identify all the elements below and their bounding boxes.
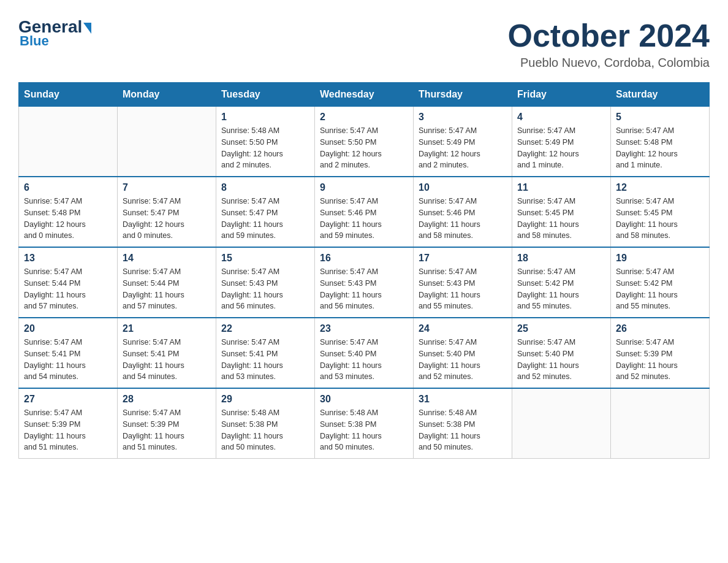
calendar-cell: 11Sunrise: 5:47 AM Sunset: 5:45 PM Dayli… xyxy=(512,177,611,247)
calendar-cell xyxy=(118,107,216,177)
calendar-week-row: 1Sunrise: 5:48 AM Sunset: 5:50 PM Daylig… xyxy=(19,107,710,177)
day-number: 9 xyxy=(320,182,408,193)
day-number: 4 xyxy=(517,112,605,123)
day-info: Sunrise: 5:47 AM Sunset: 5:45 PM Dayligh… xyxy=(616,196,704,242)
day-info: Sunrise: 5:47 AM Sunset: 5:41 PM Dayligh… xyxy=(24,337,112,383)
calendar-cell: 20Sunrise: 5:47 AM Sunset: 5:41 PM Dayli… xyxy=(19,318,118,388)
day-info: Sunrise: 5:47 AM Sunset: 5:46 PM Dayligh… xyxy=(419,196,507,242)
calendar-cell: 31Sunrise: 5:48 AM Sunset: 5:38 PM Dayli… xyxy=(414,388,512,459)
day-info: Sunrise: 5:48 AM Sunset: 5:38 PM Dayligh… xyxy=(221,407,309,453)
day-info: Sunrise: 5:47 AM Sunset: 5:40 PM Dayligh… xyxy=(419,337,507,383)
day-number: 1 xyxy=(221,112,309,123)
day-info: Sunrise: 5:47 AM Sunset: 5:43 PM Dayligh… xyxy=(419,266,507,312)
day-of-week-header: Saturday xyxy=(611,83,710,107)
calendar-cell: 14Sunrise: 5:47 AM Sunset: 5:44 PM Dayli… xyxy=(118,247,216,318)
calendar-week-row: 27Sunrise: 5:47 AM Sunset: 5:39 PM Dayli… xyxy=(19,388,710,459)
day-number: 26 xyxy=(616,323,704,334)
logo: General Blue xyxy=(18,18,91,49)
calendar-cell: 10Sunrise: 5:47 AM Sunset: 5:46 PM Dayli… xyxy=(414,177,512,247)
days-of-week-row: SundayMondayTuesdayWednesdayThursdayFrid… xyxy=(19,83,710,107)
day-number: 16 xyxy=(320,253,408,264)
day-number: 27 xyxy=(24,394,112,405)
day-number: 17 xyxy=(419,253,507,264)
day-info: Sunrise: 5:48 AM Sunset: 5:38 PM Dayligh… xyxy=(419,407,507,453)
day-number: 28 xyxy=(123,394,211,405)
day-number: 25 xyxy=(517,323,605,334)
day-of-week-header: Friday xyxy=(512,83,611,107)
day-info: Sunrise: 5:47 AM Sunset: 5:42 PM Dayligh… xyxy=(616,266,704,312)
day-info: Sunrise: 5:47 AM Sunset: 5:40 PM Dayligh… xyxy=(320,337,408,383)
day-info: Sunrise: 5:47 AM Sunset: 5:46 PM Dayligh… xyxy=(320,196,408,242)
calendar-cell: 16Sunrise: 5:47 AM Sunset: 5:43 PM Dayli… xyxy=(315,247,414,318)
day-info: Sunrise: 5:47 AM Sunset: 5:48 PM Dayligh… xyxy=(24,196,112,242)
day-of-week-header: Tuesday xyxy=(216,83,315,107)
day-info: Sunrise: 5:47 AM Sunset: 5:49 PM Dayligh… xyxy=(419,125,507,171)
day-info: Sunrise: 5:47 AM Sunset: 5:43 PM Dayligh… xyxy=(221,266,309,312)
calendar-cell: 6Sunrise: 5:47 AM Sunset: 5:48 PM Daylig… xyxy=(19,177,118,247)
day-number: 10 xyxy=(419,182,507,193)
main-title: October 2024 xyxy=(508,18,710,53)
calendar-cell: 24Sunrise: 5:47 AM Sunset: 5:40 PM Dayli… xyxy=(414,318,512,388)
day-info: Sunrise: 5:47 AM Sunset: 5:47 PM Dayligh… xyxy=(221,196,309,242)
day-of-week-header: Monday xyxy=(118,83,216,107)
calendar-table: SundayMondayTuesdayWednesdayThursdayFrid… xyxy=(18,82,710,459)
calendar-body: 1Sunrise: 5:48 AM Sunset: 5:50 PM Daylig… xyxy=(19,107,710,459)
calendar-cell: 27Sunrise: 5:47 AM Sunset: 5:39 PM Dayli… xyxy=(19,388,118,459)
day-info: Sunrise: 5:47 AM Sunset: 5:47 PM Dayligh… xyxy=(123,196,211,242)
day-number: 11 xyxy=(517,182,605,193)
day-info: Sunrise: 5:47 AM Sunset: 5:41 PM Dayligh… xyxy=(123,337,211,383)
day-info: Sunrise: 5:48 AM Sunset: 5:50 PM Dayligh… xyxy=(221,125,309,171)
calendar-cell: 17Sunrise: 5:47 AM Sunset: 5:43 PM Dayli… xyxy=(414,247,512,318)
day-info: Sunrise: 5:47 AM Sunset: 5:45 PM Dayligh… xyxy=(517,196,605,242)
day-number: 19 xyxy=(616,253,704,264)
logo-triangle-icon xyxy=(83,23,91,34)
calendar-cell: 23Sunrise: 5:47 AM Sunset: 5:40 PM Dayli… xyxy=(315,318,414,388)
calendar-cell: 3Sunrise: 5:47 AM Sunset: 5:49 PM Daylig… xyxy=(414,107,512,177)
day-info: Sunrise: 5:47 AM Sunset: 5:48 PM Dayligh… xyxy=(616,125,704,171)
subtitle: Pueblo Nuevo, Cordoba, Colombia xyxy=(508,56,710,70)
calendar-cell: 21Sunrise: 5:47 AM Sunset: 5:41 PM Dayli… xyxy=(118,318,216,388)
calendar-cell: 8Sunrise: 5:47 AM Sunset: 5:47 PM Daylig… xyxy=(216,177,315,247)
day-number: 20 xyxy=(24,323,112,334)
calendar-cell xyxy=(611,388,710,459)
calendar-cell: 7Sunrise: 5:47 AM Sunset: 5:47 PM Daylig… xyxy=(118,177,216,247)
page-header: General Blue October 2024 Pueblo Nuevo, … xyxy=(18,18,710,70)
day-info: Sunrise: 5:47 AM Sunset: 5:43 PM Dayligh… xyxy=(320,266,408,312)
calendar-cell: 1Sunrise: 5:48 AM Sunset: 5:50 PM Daylig… xyxy=(216,107,315,177)
day-number: 24 xyxy=(419,323,507,334)
day-info: Sunrise: 5:48 AM Sunset: 5:38 PM Dayligh… xyxy=(320,407,408,453)
calendar-cell: 22Sunrise: 5:47 AM Sunset: 5:41 PM Dayli… xyxy=(216,318,315,388)
day-number: 22 xyxy=(221,323,309,334)
day-of-week-header: Thursday xyxy=(414,83,512,107)
day-info: Sunrise: 5:47 AM Sunset: 5:39 PM Dayligh… xyxy=(616,337,704,383)
calendar-cell xyxy=(512,388,611,459)
day-of-week-header: Wednesday xyxy=(315,83,414,107)
day-number: 21 xyxy=(123,323,211,334)
day-number: 2 xyxy=(320,112,408,123)
calendar-cell: 26Sunrise: 5:47 AM Sunset: 5:39 PM Dayli… xyxy=(611,318,710,388)
calendar-week-row: 6Sunrise: 5:47 AM Sunset: 5:48 PM Daylig… xyxy=(19,177,710,247)
calendar-cell: 4Sunrise: 5:47 AM Sunset: 5:49 PM Daylig… xyxy=(512,107,611,177)
day-number: 18 xyxy=(517,253,605,264)
calendar-cell: 28Sunrise: 5:47 AM Sunset: 5:39 PM Dayli… xyxy=(118,388,216,459)
day-number: 6 xyxy=(24,182,112,193)
day-info: Sunrise: 5:47 AM Sunset: 5:44 PM Dayligh… xyxy=(24,266,112,312)
day-info: Sunrise: 5:47 AM Sunset: 5:39 PM Dayligh… xyxy=(24,407,112,453)
calendar-cell: 19Sunrise: 5:47 AM Sunset: 5:42 PM Dayli… xyxy=(611,247,710,318)
day-info: Sunrise: 5:47 AM Sunset: 5:42 PM Dayligh… xyxy=(517,266,605,312)
day-number: 15 xyxy=(221,253,309,264)
calendar-cell: 18Sunrise: 5:47 AM Sunset: 5:42 PM Dayli… xyxy=(512,247,611,318)
calendar-cell xyxy=(19,107,118,177)
day-number: 8 xyxy=(221,182,309,193)
day-number: 13 xyxy=(24,253,112,264)
calendar-cell: 13Sunrise: 5:47 AM Sunset: 5:44 PM Dayli… xyxy=(19,247,118,318)
calendar-cell: 12Sunrise: 5:47 AM Sunset: 5:45 PM Dayli… xyxy=(611,177,710,247)
day-number: 14 xyxy=(123,253,211,264)
day-of-week-header: Sunday xyxy=(19,83,118,107)
calendar-cell: 5Sunrise: 5:47 AM Sunset: 5:48 PM Daylig… xyxy=(611,107,710,177)
calendar-header: SundayMondayTuesdayWednesdayThursdayFrid… xyxy=(19,83,710,107)
calendar-cell: 29Sunrise: 5:48 AM Sunset: 5:38 PM Dayli… xyxy=(216,388,315,459)
calendar-cell: 15Sunrise: 5:47 AM Sunset: 5:43 PM Dayli… xyxy=(216,247,315,318)
day-info: Sunrise: 5:47 AM Sunset: 5:39 PM Dayligh… xyxy=(123,407,211,453)
day-number: 29 xyxy=(221,394,309,405)
